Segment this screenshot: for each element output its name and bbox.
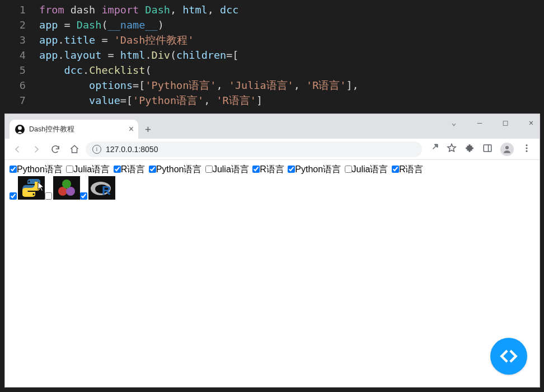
svg-point-5 — [526, 147, 528, 149]
svg-point-3 — [505, 146, 509, 149]
forward-button[interactable] — [29, 141, 44, 157]
code-content[interactable]: app = Dash(__name__) — [39, 17, 544, 32]
svg-rect-1 — [484, 145, 491, 152]
python-logo-icon — [18, 176, 45, 200]
checkbox[interactable] — [80, 192, 87, 200]
dash-devtools-button[interactable] — [490, 338, 527, 375]
code-content[interactable]: value=['Python语言', 'R语言'] — [39, 93, 544, 108]
code-line: 4app.layout = html.Div(children=[ — [0, 48, 544, 63]
new-tab-button[interactable]: + — [145, 123, 151, 135]
browser-tab[interactable]: Dash控件教程 × — [10, 120, 138, 139]
code-line: 5 dcc.Checklist( — [0, 63, 544, 78]
checkbox[interactable] — [392, 166, 399, 173]
favicon-icon — [15, 125, 25, 134]
checklist-option[interactable]: Julia语言 — [345, 164, 388, 174]
url-text: 127.0.0.1:8050 — [106, 145, 158, 154]
r-logo-icon: R — [88, 176, 115, 200]
image-option-python[interactable] — [10, 176, 45, 200]
line-number: 3 — [0, 32, 39, 48]
checkbox[interactable] — [10, 166, 17, 173]
browser-titlebar: Dash控件教程 × + ⌄ — □ ✕ — [5, 114, 540, 139]
checkbox[interactable] — [288, 166, 295, 173]
checklist-option[interactable]: Julia语言 — [205, 164, 249, 174]
code-line: 1from dash import Dash, html, dcc — [0, 2, 544, 17]
code-content[interactable]: options=['Python语言', 'Julia语言', 'R语言'], — [39, 78, 544, 93]
checkbox-label: R语言 — [121, 164, 146, 174]
code-content[interactable]: app.title = 'Dash控件教程' — [39, 32, 544, 48]
close-window-button[interactable]: ✕ — [526, 118, 536, 127]
tab-close-icon[interactable]: × — [129, 124, 134, 134]
checkbox-label: Julia语言 — [73, 164, 110, 174]
checklist-row: Python语言 Julia语言 R语言 — [10, 164, 149, 174]
checkbox[interactable] — [45, 192, 52, 200]
page-viewport: Python语言 Julia语言 R语言 Python语言 Julia语言 R语… — [5, 160, 540, 387]
line-number: 4 — [0, 48, 39, 63]
svg-point-9 — [62, 180, 71, 188]
checkbox[interactable] — [114, 166, 121, 173]
checkbox-label: Python语言 — [17, 164, 63, 174]
checkbox-label: Julia语言 — [213, 164, 249, 174]
url-input[interactable]: i 127.0.0.1:8050 — [86, 141, 422, 157]
minimize-button[interactable]: — — [475, 118, 485, 127]
line-number: 2 — [0, 17, 39, 32]
site-info-icon[interactable]: i — [92, 145, 101, 154]
checkbox-label: Python语言 — [156, 164, 202, 174]
svg-point-6 — [526, 150, 528, 152]
code-editor: 1from dash import Dash, html, dcc2app = … — [0, 0, 544, 108]
checklist-option[interactable]: R语言 — [392, 164, 424, 174]
share-icon[interactable] — [429, 143, 439, 155]
checkbox[interactable] — [345, 166, 352, 173]
maximize-button[interactable]: □ — [500, 118, 510, 127]
checkbox-label: R语言 — [260, 164, 284, 174]
checklist-option[interactable]: Python语言 — [149, 164, 202, 174]
checklist-option[interactable]: Python语言 — [10, 164, 63, 174]
code-line: 6 options=['Python语言', 'Julia语言', 'R语言']… — [0, 78, 544, 93]
home-button[interactable] — [67, 141, 82, 157]
checkbox[interactable] — [252, 166, 260, 173]
code-content[interactable]: from dash import Dash, html, dcc — [39, 2, 544, 17]
reload-button[interactable] — [48, 141, 63, 157]
checkbox-label: Julia语言 — [352, 164, 388, 174]
code-line: 3app.title = 'Dash控件教程' — [0, 32, 544, 48]
svg-point-0 — [18, 126, 22, 130]
checklist-option[interactable]: Julia语言 — [66, 164, 110, 174]
side-panel-icon[interactable] — [482, 143, 493, 155]
tab-title: Dash控件教程 — [29, 125, 124, 134]
line-number: 1 — [0, 2, 39, 17]
window-controls: ⌄ — □ ✕ — [449, 114, 536, 131]
extensions-icon[interactable] — [465, 143, 475, 155]
checklist-row: Python语言 Julia语言 R语言 — [288, 164, 424, 174]
checklist-row: Python语言 Julia语言 R语言 — [149, 164, 288, 174]
address-bar: i 127.0.0.1:8050 — [5, 139, 540, 160]
bookmark-icon[interactable] — [447, 143, 457, 155]
code-content[interactable]: dcc.Checklist( — [39, 63, 544, 78]
checklist-option[interactable]: Python语言 — [288, 164, 341, 174]
image-option-julia[interactable] — [45, 176, 80, 200]
checkbox[interactable] — [205, 166, 213, 173]
browser-window: Dash控件教程 × + ⌄ — □ ✕ i 127.0.0.1:8050 — [4, 114, 540, 388]
checklist-option[interactable]: R语言 — [252, 164, 284, 174]
image-checklist: R — [10, 176, 535, 200]
image-option-r[interactable]: R — [80, 176, 115, 200]
profile-avatar[interactable] — [500, 143, 514, 156]
code-line: 7 value=['Python语言', 'R语言'] — [0, 93, 544, 108]
code-content[interactable]: app.layout = html.Div(children=[ — [39, 48, 544, 63]
checklist-option[interactable]: R语言 — [114, 164, 146, 174]
svg-text:R: R — [102, 183, 111, 197]
checkbox-label: R语言 — [399, 164, 424, 174]
code-line: 2app = Dash(__name__) — [0, 17, 544, 32]
line-number: 5 — [0, 63, 39, 78]
caret-down-icon[interactable]: ⌄ — [449, 118, 459, 127]
checkbox[interactable] — [66, 166, 73, 173]
kebab-menu-icon[interactable] — [522, 143, 532, 155]
checkbox-label: Python语言 — [295, 164, 341, 174]
line-number: 7 — [0, 93, 39, 108]
line-number: 6 — [0, 78, 39, 93]
checkbox[interactable] — [149, 166, 156, 173]
svg-point-4 — [526, 144, 528, 146]
julia-logo-icon — [53, 176, 80, 200]
back-button[interactable] — [10, 141, 25, 157]
checkbox[interactable] — [10, 192, 17, 200]
